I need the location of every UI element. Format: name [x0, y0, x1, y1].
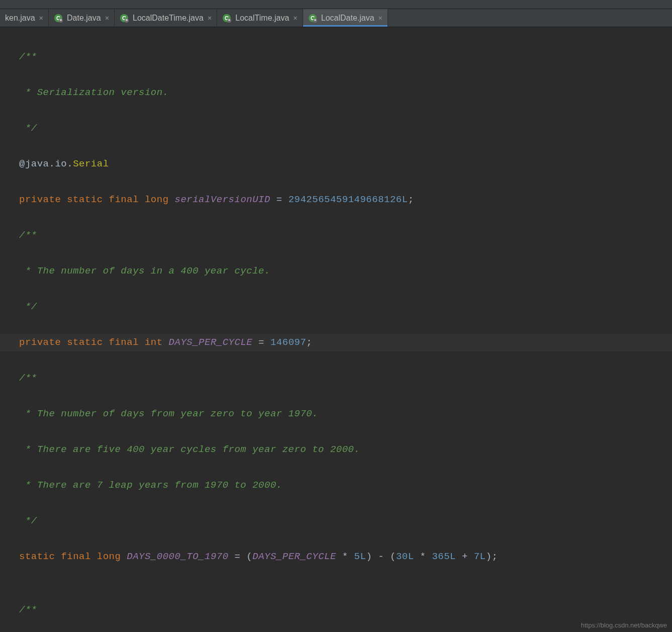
- code-line: * The number of days in a 400 year cycle…: [0, 262, 672, 281]
- code-line: */: [0, 512, 672, 530]
- code-line: /**: [0, 601, 672, 619]
- tab-label: LocalDate.java: [321, 14, 374, 23]
- code-line: /**: [0, 48, 672, 66]
- window-topbar: [0, 0, 672, 9]
- code-line: @java.io.Serial: [0, 155, 672, 173]
- code-line: * There are five 400 year cycles from ye…: [0, 441, 672, 459]
- close-icon[interactable]: ✕: [105, 15, 109, 22]
- class-file-icon: C: [120, 14, 129, 23]
- code-line: private static final long serialVersionU…: [0, 191, 672, 209]
- editor-tabs: ken.java ✕ C Date.java ✕ C LocalDateTime…: [0, 9, 672, 27]
- class-file-icon: C: [222, 14, 231, 23]
- tab-ken-java[interactable]: ken.java ✕: [0, 9, 49, 27]
- watermark-text: https://blog.csdn.net/backqwe: [581, 621, 667, 629]
- code-line: * There are 7 leap years from 1970 to 20…: [0, 477, 672, 495]
- class-file-icon: C: [54, 14, 63, 23]
- code-line: */: [0, 298, 672, 316]
- code-line-highlighted: private static final int DAYS_PER_CYCLE …: [0, 334, 672, 352]
- code-line: * The number of days from year zero to y…: [0, 405, 672, 423]
- class-file-icon: C: [308, 14, 317, 23]
- code-line: * Serialization version.: [0, 84, 672, 102]
- tab-label: Date.java: [67, 14, 101, 23]
- tab-localtime-java[interactable]: C LocalTime.java ✕: [217, 9, 303, 27]
- close-icon[interactable]: ✕: [293, 15, 297, 22]
- tab-date-java[interactable]: C Date.java ✕: [49, 9, 115, 27]
- tab-localdate-java[interactable]: C LocalDate.java ✕: [303, 9, 388, 27]
- code-line: */: [0, 120, 672, 138]
- tab-localdatetime-java[interactable]: C LocalDateTime.java ✕: [115, 9, 217, 27]
- close-icon[interactable]: ✕: [39, 15, 43, 22]
- code-editor[interactable]: /** * Serialization version. */ @java.io…: [0, 27, 672, 632]
- code-line: static final long DAYS_0000_TO_1970 = (D…: [0, 548, 672, 566]
- close-icon[interactable]: ✕: [378, 15, 382, 22]
- close-icon[interactable]: ✕: [208, 15, 212, 22]
- code-line: /**: [0, 370, 672, 388]
- code-line: /**: [0, 227, 672, 245]
- tab-label: LocalTime.java: [235, 14, 289, 23]
- tab-label: LocalDateTime.java: [133, 14, 204, 23]
- tab-label: ken.java: [5, 14, 35, 23]
